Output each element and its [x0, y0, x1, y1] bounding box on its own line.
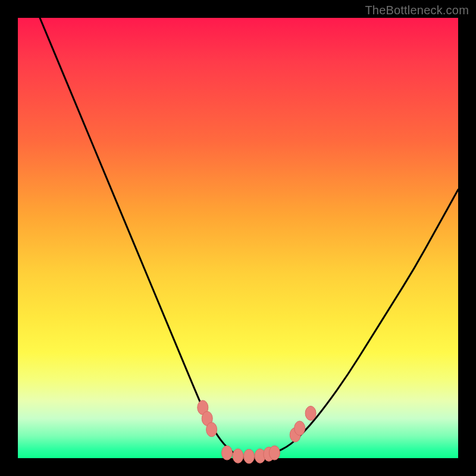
bottleneck-curve: [40, 18, 458, 458]
curve-marker: [206, 422, 217, 437]
curve-marker: [295, 421, 305, 436]
curve-marker: [305, 406, 316, 421]
watermark-text: TheBottleneck.com: [365, 4, 469, 17]
chart-svg: [18, 18, 458, 458]
curve-marker: [244, 449, 255, 464]
curve-marker: [269, 446, 280, 460]
curve-marker: [222, 446, 233, 460]
curve-marker: [233, 449, 243, 463]
markers-group: [198, 400, 316, 464]
chart-frame: TheBottleneck.com: [0, 0, 476, 476]
